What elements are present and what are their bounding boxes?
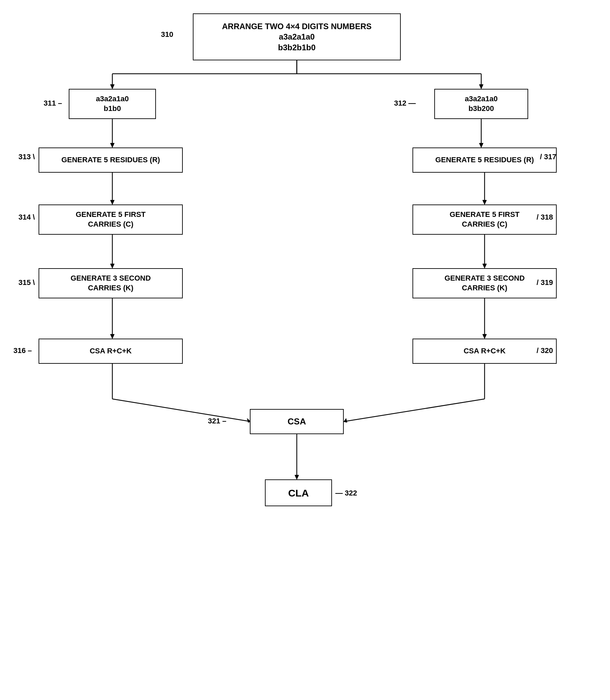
- box-311: a3a2a1a0 b1b0: [69, 89, 156, 119]
- label-314: 314 \: [18, 213, 35, 222]
- svg-line-25: [112, 399, 250, 421]
- label-315: 315 \: [18, 278, 35, 287]
- label-320: / 320: [536, 346, 553, 355]
- box-315: GENERATE 3 SECOND CARRIES (K): [38, 268, 183, 298]
- label-311: 311 –: [44, 99, 62, 108]
- box-321: CSA: [250, 409, 344, 434]
- label-318: / 318: [536, 213, 553, 222]
- box-310: ARRANGE TWO 4×4 DIGITS NUMBERS a3a2a1a0 …: [193, 13, 401, 60]
- svg-marker-15: [483, 200, 486, 205]
- label-322: — 322: [335, 489, 357, 498]
- box-314: GENERATE 5 FIRST CARRIES (C): [38, 205, 183, 235]
- svg-marker-11: [479, 143, 483, 147]
- box-312: a3a2a1a0 b3b200: [434, 89, 528, 119]
- box-316: CSA R+C+K: [38, 339, 183, 364]
- label-317: / 317: [540, 152, 556, 161]
- diagram: ARRANGE TWO 4×4 DIGITS NUMBERS a3a2a1a0 …: [0, 0, 610, 700]
- label-321: 321 –: [208, 417, 226, 425]
- box-317: GENERATE 5 RESIDUES (R): [413, 147, 557, 173]
- box-318: GENERATE 5 FIRST CARRIES (C): [413, 205, 557, 235]
- svg-marker-3: [110, 84, 114, 89]
- box-313: GENERATE 5 RESIDUES (R): [38, 147, 183, 173]
- label-316: 316 –: [13, 346, 32, 355]
- svg-marker-9: [110, 143, 114, 147]
- svg-marker-7: [479, 84, 483, 89]
- svg-marker-19: [483, 264, 486, 268]
- box-320: CSA R+C+K: [413, 339, 557, 364]
- svg-line-28: [345, 399, 485, 421]
- svg-marker-23: [483, 334, 486, 339]
- svg-marker-21: [110, 334, 114, 339]
- box-319: GENERATE 3 SECOND CARRIES (K): [413, 268, 557, 298]
- svg-marker-29: [344, 418, 347, 422]
- label-312: 312 —: [394, 99, 416, 108]
- label-310: 310: [161, 30, 173, 39]
- box-322: CLA: [265, 479, 332, 506]
- svg-marker-17: [110, 264, 114, 268]
- svg-marker-31: [295, 475, 299, 479]
- label-319: / 319: [536, 278, 553, 287]
- label-313: 313 \: [18, 152, 35, 161]
- svg-marker-13: [110, 200, 114, 205]
